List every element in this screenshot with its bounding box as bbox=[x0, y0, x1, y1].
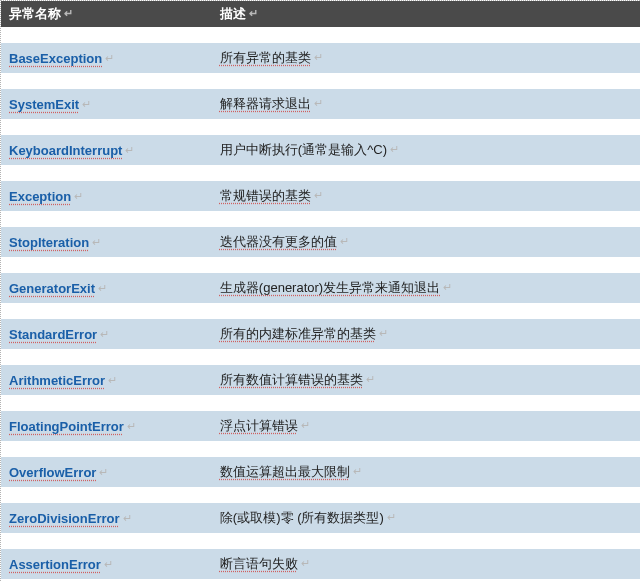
table-gap-row bbox=[1, 73, 640, 89]
return-icon: ↵ bbox=[98, 282, 107, 295]
table-row: GeneratorExit↵生成器(generator)发生异常来通知退出↵ bbox=[1, 273, 640, 303]
table-row: FloatingPointError↵浮点计算错误↵ bbox=[1, 411, 640, 441]
table-gap-row bbox=[1, 349, 640, 365]
return-icon: ↵ bbox=[125, 144, 134, 157]
exception-desc: 数值运算超出最大限制 bbox=[220, 464, 350, 479]
exception-desc: 用户中断执行(通常是输入^C) bbox=[220, 142, 387, 157]
header-desc-text: 描述 bbox=[220, 6, 246, 21]
exception-name-cell: OverflowError↵ bbox=[1, 457, 212, 487]
exception-name: FloatingPointError bbox=[9, 419, 124, 434]
exception-name-cell: ArithmeticError↵ bbox=[1, 365, 212, 395]
exception-desc-cell: 迭代器没有更多的值↵ bbox=[212, 227, 640, 257]
return-icon: ↵ bbox=[353, 465, 362, 478]
exception-name: AssertionError bbox=[9, 557, 101, 572]
return-icon: ↵ bbox=[314, 189, 323, 202]
table-row: StopIteration↵迭代器没有更多的值↵ bbox=[1, 227, 640, 257]
exception-desc-cell: 所有异常的基类↵ bbox=[212, 43, 640, 73]
exception-desc: 浮点计算错误 bbox=[220, 418, 298, 433]
exception-name: ZeroDivisionError bbox=[9, 511, 120, 526]
return-icon: ↵ bbox=[366, 373, 375, 386]
exception-desc-cell: 数值运算超出最大限制↵ bbox=[212, 457, 640, 487]
table-row: StandardError↵所有的内建标准异常的基类↵ bbox=[1, 319, 640, 349]
return-icon: ↵ bbox=[74, 190, 83, 203]
exception-desc: 所有异常的基类 bbox=[220, 50, 311, 65]
exception-name: SystemExit bbox=[9, 97, 79, 112]
exception-desc: 断言语句失败 bbox=[220, 556, 298, 571]
exception-name-cell: GeneratorExit↵ bbox=[1, 273, 212, 303]
table-row: KeyboardInterrupt↵用户中断执行(通常是输入^C)↵ bbox=[1, 135, 640, 165]
exception-name-cell: BaseException↵ bbox=[1, 43, 212, 73]
table-gap-row bbox=[1, 533, 640, 549]
table-gap-row bbox=[1, 441, 640, 457]
return-icon: ↵ bbox=[379, 327, 388, 340]
exception-name-cell: KeyboardInterrupt↵ bbox=[1, 135, 212, 165]
table-row: Exception↵常规错误的基类↵ bbox=[1, 181, 640, 211]
table-row: AssertionError↵断言语句失败↵ bbox=[1, 549, 640, 579]
exception-desc: 除(或取模)零 (所有数据类型) bbox=[220, 510, 384, 525]
exception-name: ArithmeticError bbox=[9, 373, 105, 388]
exception-name-cell: StandardError↵ bbox=[1, 319, 212, 349]
table-header-row: 异常名称↵ 描述↵ bbox=[1, 1, 640, 27]
exception-desc-cell: 用户中断执行(通常是输入^C)↵ bbox=[212, 135, 640, 165]
table-row: SystemExit↵解释器请求退出↵ bbox=[1, 89, 640, 119]
exception-name-cell: ZeroDivisionError↵ bbox=[1, 503, 212, 533]
table-gap-row bbox=[1, 119, 640, 135]
exception-name: KeyboardInterrupt bbox=[9, 143, 122, 158]
table-row: ArithmeticError↵所有数值计算错误的基类↵ bbox=[1, 365, 640, 395]
return-icon: ↵ bbox=[92, 236, 101, 249]
exception-desc-cell: 所有的内建标准异常的基类↵ bbox=[212, 319, 640, 349]
exception-desc-cell: 所有数值计算错误的基类↵ bbox=[212, 365, 640, 395]
header-desc: 描述↵ bbox=[212, 1, 640, 27]
table-row: BaseException↵所有异常的基类↵ bbox=[1, 43, 640, 73]
table-gap-row bbox=[1, 211, 640, 227]
exception-desc: 解释器请求退出 bbox=[220, 96, 311, 111]
return-icon: ↵ bbox=[64, 7, 73, 20]
exception-desc: 所有数值计算错误的基类 bbox=[220, 372, 363, 387]
return-icon: ↵ bbox=[82, 98, 91, 111]
exception-desc-cell: 常规错误的基类↵ bbox=[212, 181, 640, 211]
return-icon: ↵ bbox=[108, 374, 117, 387]
return-icon: ↵ bbox=[314, 51, 323, 64]
table-gap-row bbox=[1, 395, 640, 411]
exception-name: GeneratorExit bbox=[9, 281, 95, 296]
return-icon: ↵ bbox=[387, 511, 396, 524]
return-icon: ↵ bbox=[390, 143, 399, 156]
table-gap-row bbox=[1, 27, 640, 43]
table-row: ZeroDivisionError↵除(或取模)零 (所有数据类型)↵ bbox=[1, 503, 640, 533]
exception-name-cell: FloatingPointError↵ bbox=[1, 411, 212, 441]
return-icon: ↵ bbox=[301, 557, 310, 570]
exception-desc-cell: 除(或取模)零 (所有数据类型)↵ bbox=[212, 503, 640, 533]
table-row: OverflowError↵数值运算超出最大限制↵ bbox=[1, 457, 640, 487]
exception-name: OverflowError bbox=[9, 465, 96, 480]
exception-desc-cell: 生成器(generator)发生异常来通知退出↵ bbox=[212, 273, 640, 303]
exception-desc: 生成器(generator)发生异常来通知退出 bbox=[220, 280, 440, 295]
return-icon: ↵ bbox=[340, 235, 349, 248]
exception-name: StandardError bbox=[9, 327, 97, 342]
header-name: 异常名称↵ bbox=[1, 1, 212, 27]
table-gap-row bbox=[1, 257, 640, 273]
exception-desc-cell: 断言语句失败↵ bbox=[212, 549, 640, 579]
exception-desc: 所有的内建标准异常的基类 bbox=[220, 326, 376, 341]
return-icon: ↵ bbox=[314, 97, 323, 110]
return-icon: ↵ bbox=[301, 419, 310, 432]
table-gap-row bbox=[1, 487, 640, 503]
exception-desc-cell: 解释器请求退出↵ bbox=[212, 89, 640, 119]
exception-desc: 常规错误的基类 bbox=[220, 188, 311, 203]
table-gap-row bbox=[1, 303, 640, 319]
exception-desc-cell: 浮点计算错误↵ bbox=[212, 411, 640, 441]
return-icon: ↵ bbox=[127, 420, 136, 433]
return-icon: ↵ bbox=[99, 466, 108, 479]
return-icon: ↵ bbox=[443, 281, 452, 294]
exception-name: Exception bbox=[9, 189, 71, 204]
exception-name: StopIteration bbox=[9, 235, 89, 250]
return-icon: ↵ bbox=[105, 52, 114, 65]
exception-name-cell: StopIteration↵ bbox=[1, 227, 212, 257]
exception-name-cell: SystemExit↵ bbox=[1, 89, 212, 119]
exception-name: BaseException bbox=[9, 51, 102, 66]
return-icon: ↵ bbox=[123, 512, 132, 525]
table-gap-row bbox=[1, 165, 640, 181]
header-name-text: 异常名称 bbox=[9, 6, 61, 21]
return-icon: ↵ bbox=[104, 558, 113, 571]
exception-name-cell: Exception↵ bbox=[1, 181, 212, 211]
exception-desc: 迭代器没有更多的值 bbox=[220, 234, 337, 249]
